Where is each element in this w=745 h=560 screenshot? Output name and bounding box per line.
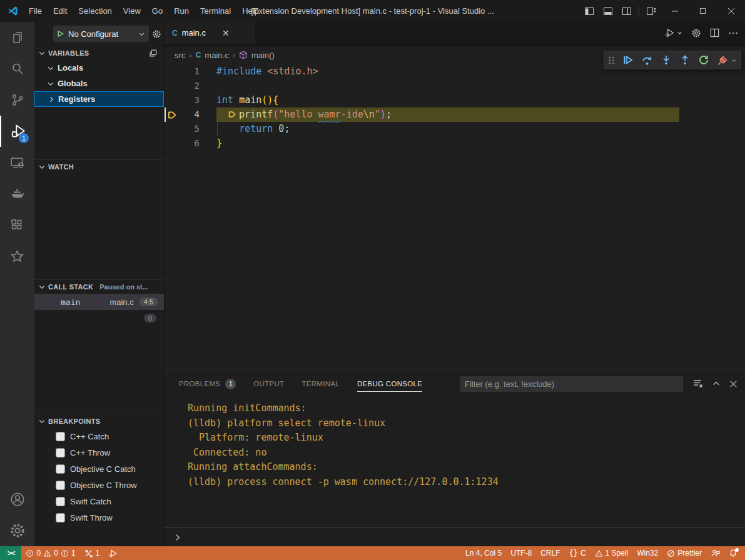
debug-console-input[interactable]: [165, 528, 745, 546]
explorer-icon[interactable]: [0, 22, 34, 53]
code-line[interactable]: 6}: [165, 136, 745, 151]
gutter-glyph[interactable]: [165, 79, 180, 93]
menu-help[interactable]: Help: [236, 0, 265, 22]
step-out-icon[interactable]: [679, 54, 691, 66]
panel-tab-terminal[interactable]: TERMINAL: [302, 370, 340, 398]
scope-globals[interactable]: Globals: [34, 76, 164, 91]
copy-icon[interactable]: [149, 49, 158, 58]
panel-tab-problems[interactable]: PROBLEMS1: [179, 370, 236, 398]
toggle-sidebar-icon[interactable]: [580, 0, 599, 22]
call-stack-session-row[interactable]: 0: [34, 310, 164, 326]
step-into-icon[interactable]: [661, 54, 672, 66]
breakpoint-checkbox[interactable]: [56, 497, 65, 506]
eol-status[interactable]: CRLF: [536, 546, 564, 560]
encoding-status[interactable]: UTF-8: [506, 546, 536, 560]
language-mode[interactable]: {} C: [564, 546, 590, 560]
breadcrumb-symbol[interactable]: main(): [251, 51, 275, 60]
more-actions-icon[interactable]: ⋯: [728, 27, 739, 39]
customize-layout-icon[interactable]: [642, 0, 661, 22]
disconnect-icon[interactable]: [717, 54, 737, 66]
debug-stackframe-gutter-icon[interactable]: [165, 108, 180, 122]
notifications-status[interactable]: [724, 546, 745, 560]
breakpoint-checkbox[interactable]: [56, 464, 65, 474]
split-editor-icon[interactable]: [710, 28, 719, 38]
maximize-button[interactable]: [689, 0, 717, 22]
breakpoint-checkbox[interactable]: [56, 481, 65, 490]
scope-locals[interactable]: Locals: [34, 60, 164, 76]
toggle-panel-icon[interactable]: [599, 0, 617, 22]
run-or-debug-button[interactable]: [664, 28, 682, 38]
formatter-status[interactable]: Prettier: [662, 546, 706, 560]
tools-status[interactable]: 1: [80, 546, 104, 560]
breakpoint-row[interactable]: C++ Catch: [34, 428, 164, 444]
panel-tab-debug-console[interactable]: DEBUG CONSOLE: [357, 370, 422, 398]
line-number[interactable]: 3: [180, 93, 200, 108]
gutter-glyph[interactable]: [165, 136, 180, 151]
docker-icon[interactable]: [0, 178, 34, 209]
clear-console-icon[interactable]: [693, 379, 703, 389]
menu-selection[interactable]: Selection: [73, 0, 117, 22]
line-number[interactable]: 5: [180, 122, 200, 136]
breakpoint-row[interactable]: Objective C Catch: [34, 461, 164, 477]
tab-main-c[interactable]: C main.c ✕: [165, 22, 255, 44]
settings-gear-icon[interactable]: [0, 515, 34, 546]
breakpoint-row[interactable]: C++ Throw: [34, 444, 164, 461]
star-extension-icon[interactable]: [0, 241, 34, 272]
platform-status[interactable]: Win32: [632, 546, 662, 560]
code-line[interactable]: 4 printf("hello wamr-ide\n");: [165, 108, 745, 122]
watch-section-header[interactable]: WATCH: [34, 159, 164, 174]
breadcrumb-folder[interactable]: src: [175, 51, 185, 60]
spell-checker-status[interactable]: 1 Spell: [590, 546, 633, 560]
gutter-glyph[interactable]: [165, 64, 180, 79]
menu-edit[interactable]: Edit: [48, 0, 73, 22]
cursor-position[interactable]: Ln 4, Col 5: [461, 546, 506, 560]
code-line[interactable]: 3int main(){: [165, 93, 745, 108]
debug-config-dropdown[interactable]: No Configurat: [53, 26, 149, 42]
close-button[interactable]: [717, 0, 745, 22]
breakpoint-checkbox[interactable]: [56, 513, 65, 522]
editor-gear-icon[interactable]: [691, 28, 701, 38]
toggle-secondary-sidebar-icon[interactable]: [617, 0, 636, 22]
breakpoint-checkbox[interactable]: [56, 432, 65, 441]
gutter-glyph[interactable]: [165, 122, 180, 136]
accounts-icon[interactable]: [0, 484, 34, 515]
breakpoint-row[interactable]: Swift Catch: [34, 493, 164, 509]
menu-file[interactable]: File: [23, 0, 48, 22]
line-number[interactable]: 6: [180, 136, 200, 151]
continue-icon[interactable]: [622, 54, 634, 66]
code-line[interactable]: 5 return 0;: [165, 122, 745, 136]
maximize-panel-icon[interactable]: [712, 379, 721, 388]
menu-run[interactable]: Run: [168, 0, 195, 22]
menu-go[interactable]: Go: [146, 0, 168, 22]
code-line[interactable]: 2: [165, 79, 745, 93]
minimize-button[interactable]: [661, 0, 689, 22]
problems-status[interactable]: 0 0 1: [21, 546, 79, 560]
gutter-glyph[interactable]: [165, 93, 180, 108]
menu-terminal[interactable]: Terminal: [195, 0, 236, 22]
close-panel-icon[interactable]: [729, 380, 737, 388]
breadcrumb-file[interactable]: main.c: [205, 51, 228, 60]
call-stack-section-header[interactable]: CALL STACK Paused on st...: [34, 279, 164, 294]
call-stack-frame-row[interactable]: main main.c 4:5: [34, 294, 164, 310]
tab-close-icon[interactable]: ✕: [222, 28, 230, 38]
step-over-icon[interactable]: [641, 54, 653, 66]
run-and-debug-icon[interactable]: 1: [0, 116, 34, 147]
code-editor[interactable]: 1#include <stdio.h>23int main(){4 printf…: [165, 63, 745, 369]
panel-tab-output[interactable]: OUTPUT: [253, 370, 284, 398]
search-icon[interactable]: [0, 53, 34, 84]
line-number[interactable]: 2: [180, 79, 200, 93]
remote-explorer-icon[interactable]: [0, 147, 34, 178]
restart-icon[interactable]: [698, 54, 709, 66]
source-control-icon[interactable]: [0, 84, 34, 116]
breakpoint-row[interactable]: Swift Throw: [34, 509, 164, 526]
breakpoints-section-header[interactable]: BREAKPOINTS: [34, 414, 164, 428]
line-number[interactable]: 4: [180, 108, 200, 122]
breakpoint-row[interactable]: Objective C Throw: [34, 477, 164, 493]
menu-view[interactable]: View: [118, 0, 146, 22]
configure-gear-icon[interactable]: [152, 29, 161, 39]
scope-registers[interactable]: Registers: [34, 91, 164, 107]
console-filter-input[interactable]: [460, 376, 683, 392]
toolbar-drag-handle[interactable]: [608, 56, 615, 65]
remote-indicator[interactable]: ><: [0, 546, 21, 560]
feedback-status[interactable]: [706, 546, 724, 560]
